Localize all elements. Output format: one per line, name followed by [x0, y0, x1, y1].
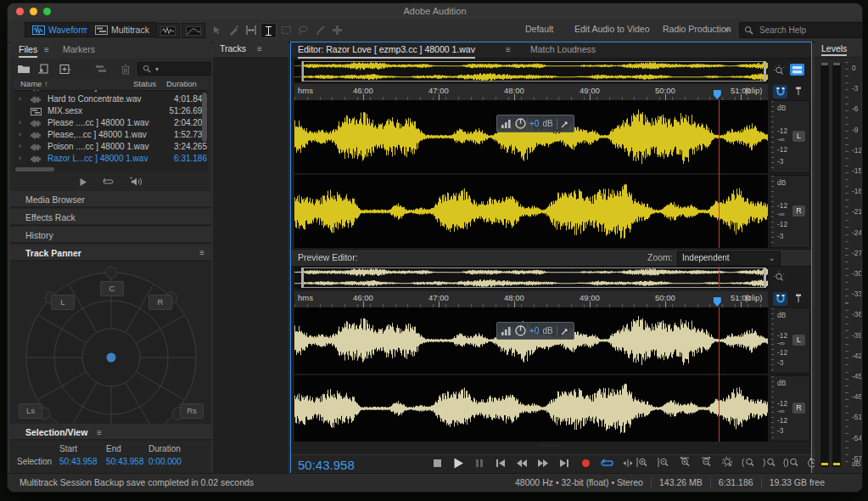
move-playhead-button[interactable] [620, 457, 636, 469]
tab-editor[interactable]: Editor: Razor Love [ ezmp3.cc ] 48000 1.… [298, 42, 475, 59]
transport-time-display[interactable]: 50:43.958 [298, 458, 355, 472]
file-list-vertical-scrollbar[interactable] [202, 93, 207, 142]
new-item-icon[interactable] [59, 64, 75, 75]
tracks-panel-menu-icon[interactable]: ≡ [257, 44, 262, 53]
preview-overview-strip[interactable] [294, 267, 768, 289]
search-input[interactable] [758, 25, 850, 36]
editor-panel-menu-icon[interactable]: ≡ [506, 45, 511, 54]
time-selection-tool-icon[interactable] [260, 23, 277, 38]
preview-timeline-ruler[interactable]: hms46:0047:0048:0049:0050:0051:00(clip) [294, 291, 768, 308]
expand-chevron-icon[interactable]: › [19, 90, 21, 91]
skip-to-start-button[interactable] [493, 457, 508, 469]
expand-chevron-icon[interactable]: › [19, 94, 21, 103]
overview-strip[interactable] [294, 60, 768, 82]
hud-pin-icon[interactable] [561, 327, 569, 335]
skip-to-end-button[interactable] [557, 457, 572, 469]
spot-healing-brush-tool-icon[interactable] [330, 23, 344, 37]
tab-tracks[interactable]: Tracks [220, 43, 246, 53]
expand-chevron-icon[interactable]: › [19, 142, 21, 150]
file-row[interactable]: ›Hard to Concentrate.wav4:01.840 [14, 94, 199, 105]
multitrack-mode-button[interactable]: Multitrack [87, 22, 157, 37]
search-box[interactable] [739, 22, 863, 38]
stop-button[interactable] [429, 457, 445, 469]
hud-gain-value[interactable]: +0 [529, 326, 539, 335]
preview-snap-magnet-icon[interactable] [773, 292, 787, 306]
zoom-in-time-button[interactable] [677, 457, 692, 469]
expand-chevron-icon[interactable]: › [19, 130, 21, 138]
volume-hud[interactable]: +0 dB [496, 115, 574, 132]
channel-badge-right[interactable]: R [792, 205, 805, 217]
waveform-view-button[interactable] [156, 23, 180, 38]
workspace-radio-production[interactable]: Radio Production [663, 24, 731, 34]
record-button[interactable] [578, 457, 593, 469]
play-preview-icon[interactable] [79, 177, 87, 187]
zoom-to-in-point-button[interactable]: ( [741, 457, 756, 469]
open-folder-icon[interactable] [17, 64, 31, 74]
pan-point[interactable] [107, 353, 116, 363]
channel-badge-right[interactable]: R [792, 402, 805, 414]
overview-viewport-box[interactable] [302, 61, 765, 82]
selection-duration-value[interactable]: 0:00.000 [148, 457, 182, 466]
hud-gain-value[interactable]: +0 [529, 119, 539, 128]
hud-pin-icon[interactable] [561, 120, 569, 128]
rewind-button[interactable] [514, 457, 529, 469]
channel-badge-left[interactable]: L [792, 131, 805, 142]
panel-selection-view[interactable]: Selection/View ≡ [10, 424, 211, 441]
panner-left-button[interactable]: L [51, 295, 75, 310]
slip-tool-icon[interactable] [244, 23, 258, 37]
waveform-mode-button[interactable]: Waveform [25, 22, 96, 37]
auto-play-icon[interactable] [130, 177, 143, 187]
lasso-selection-tool-icon[interactable] [296, 23, 311, 37]
preview-waveform-display[interactable]: +0 dB [294, 307, 768, 442]
import-file-icon[interactable] [37, 64, 50, 75]
zoom-reset-button[interactable] [720, 457, 735, 469]
loop-playback-button[interactable] [599, 457, 614, 469]
column-duration[interactable]: Duration [166, 79, 197, 88]
panel-track-panner[interactable]: Track Panner ≡ [10, 245, 211, 262]
loop-preview-icon[interactable] [103, 177, 115, 187]
files-search-box[interactable]: ▾ [137, 62, 211, 76]
editor-layout-toggle-button[interactable] [790, 64, 804, 76]
panner-right-button[interactable]: R [148, 295, 172, 310]
waveform-display[interactable]: +0 dB [294, 100, 768, 248]
tab-match-loudness[interactable]: Match Loudness [530, 42, 596, 57]
expand-chevron-icon[interactable]: › [19, 118, 21, 127]
panel-effects-rack[interactable]: Effects Rack [10, 209, 211, 226]
play-button[interactable] [451, 457, 466, 469]
marquee-selection-tool-icon[interactable] [279, 23, 294, 37]
pin-icon[interactable] [793, 86, 804, 97]
razor-tool-icon[interactable] [227, 23, 241, 37]
files-panel-menu-icon[interactable]: ≡ [44, 45, 49, 54]
tab-levels[interactable]: Levels [821, 43, 847, 56]
selection-view-menu-icon[interactable]: ≡ [97, 428, 102, 437]
spectral-view-button[interactable] [182, 23, 205, 38]
panel-resize-grip[interactable]: ····· [291, 442, 811, 454]
pause-button[interactable] [472, 457, 487, 469]
file-row[interactable]: ›Heaven...cc ] 48000 1.wav2:17.186 [14, 90, 199, 93]
selection-end-value[interactable]: 50:43.958 [106, 457, 144, 466]
panner-left-surround-button[interactable]: Ls [19, 403, 42, 419]
zoom-out-amplitude-button[interactable] [656, 457, 671, 469]
panner-center-button[interactable]: C [100, 281, 124, 296]
move-tool-icon[interactable] [210, 23, 224, 37]
preview-viewport-box[interactable] [302, 267, 765, 288]
zoom-navigator-icon[interactable] [773, 65, 787, 78]
preview-zoom-navigator-icon[interactable] [773, 271, 787, 284]
panel-history[interactable]: History [10, 227, 211, 244]
fast-forward-button[interactable] [535, 457, 551, 469]
tab-files[interactable]: Files [19, 44, 37, 58]
panner-right-surround-button[interactable]: Rs [180, 403, 204, 419]
expand-chevron-icon[interactable]: › [19, 154, 21, 162]
workspace-overflow-chevron[interactable]: » [725, 24, 730, 34]
file-list-horizontal-scrollbar[interactable] [15, 167, 54, 172]
selection-start-value[interactable]: 50:43.958 [59, 457, 98, 466]
file-row[interactable]: MIX.sesx51:26.692 [14, 106, 199, 117]
track-panner-menu-icon[interactable]: ≡ [199, 245, 204, 262]
delete-icon[interactable] [120, 64, 131, 75]
workspace-default[interactable]: Default [525, 24, 553, 34]
volume-knob-icon[interactable] [515, 325, 526, 336]
zoom-to-selection-button[interactable]: () [783, 457, 798, 469]
column-status[interactable]: Status [133, 79, 156, 88]
file-row[interactable]: ›Poison ....cc ] 48000 1.wav3:24.265 [14, 142, 199, 153]
zoom-to-out-point-button[interactable]: ) [762, 457, 777, 469]
